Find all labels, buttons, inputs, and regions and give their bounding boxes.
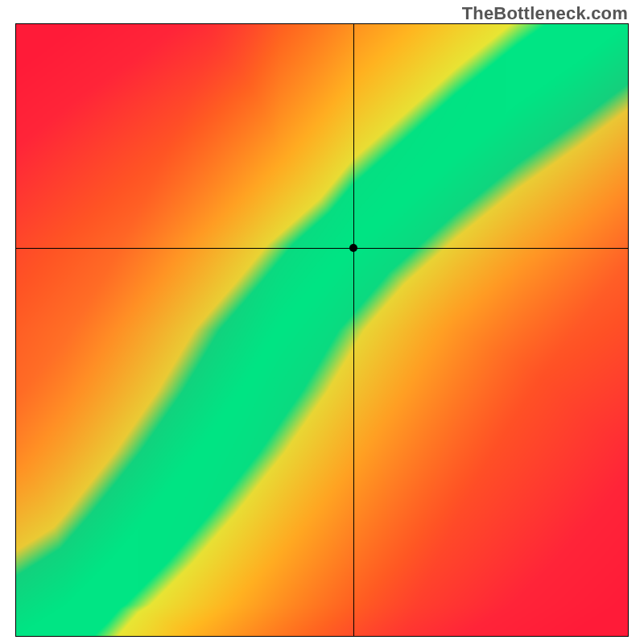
marker-point <box>349 244 357 252</box>
plot-area <box>15 23 629 637</box>
crosshair-vertical <box>353 24 354 636</box>
heatmap-canvas <box>16 24 628 636</box>
chart-frame: TheBottleneck.com <box>0 0 644 644</box>
watermark-text: TheBottleneck.com <box>462 3 628 24</box>
crosshair-horizontal <box>16 248 628 249</box>
